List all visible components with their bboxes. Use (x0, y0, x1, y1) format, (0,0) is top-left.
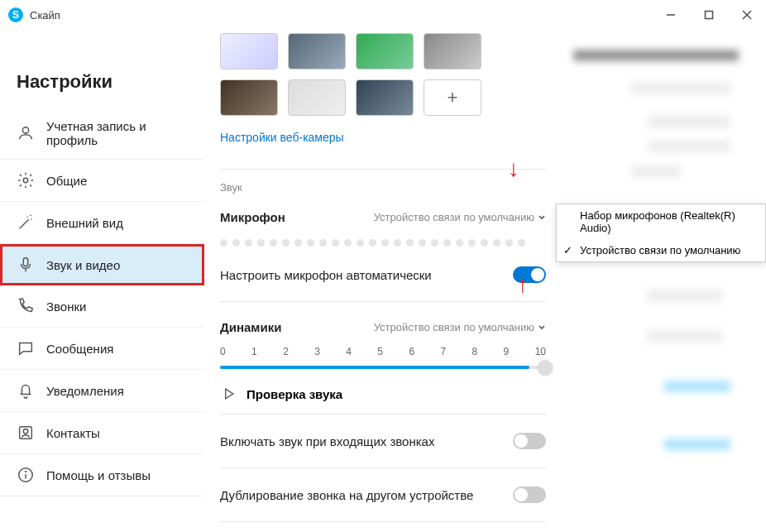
sidebar-item-label: Помощь и отзывы (46, 468, 151, 482)
ring-duplicate-toggle[interactable] (513, 486, 546, 503)
speakers-label: Динамики (220, 320, 281, 334)
contacts-icon (17, 424, 35, 442)
sidebar-item-help[interactable]: Помощь и отзывы (0, 454, 204, 496)
sidebar-item-label: Уведомления (46, 384, 124, 398)
microphone-row: Микрофон Устройство связи по умолчанию (220, 202, 546, 232)
tick: 4 (346, 346, 352, 357)
microphone-device-menu[interactable]: Набор микрофонов (Realtek(R) Audio) Устр… (556, 204, 766, 262)
speakers-row: Динамики Устройство связи по умолчанию (220, 312, 546, 343)
tick: 7 (440, 346, 446, 357)
microphone-device-dropdown[interactable]: Устройство связи по умолчанию (374, 211, 546, 223)
tick: 3 (314, 346, 320, 357)
slider-ticks: 0 1 2 3 4 5 6 7 8 9 10 (220, 346, 546, 357)
app-title: Скайп (30, 9, 60, 22)
chat-icon (17, 339, 35, 357)
annotation-arrow-down-icon: ↓ (508, 157, 519, 180)
bg-thumb[interactable] (424, 33, 481, 69)
device-option[interactable]: Набор микрофонов (Realtek(R) Audio) (557, 204, 765, 239)
close-button[interactable] (728, 0, 766, 30)
svg-point-11 (26, 471, 26, 472)
svg-point-5 (23, 178, 28, 183)
webcam-settings-link[interactable]: Настройки веб-камеры (220, 131, 344, 144)
sidebar-item-messages[interactable]: Сообщения (0, 328, 204, 370)
ring-incoming-label: Включать звук при входящих звонках (220, 434, 434, 448)
settings-heading: Настройки (0, 30, 204, 108)
sidebar-item-account[interactable]: Учетная запись и профиль (0, 108, 204, 160)
ring-duplicate-label: Дублирование звонка на другом устройстве (220, 488, 473, 502)
svg-point-4 (22, 127, 28, 133)
gear-icon (17, 171, 35, 189)
sidebar: Настройки Учетная запись и профиль Общие… (0, 30, 205, 532)
chevron-down-icon (538, 324, 546, 332)
sidebar-item-contacts[interactable]: Контакты (0, 412, 204, 454)
sidebar-item-label: Сообщения (46, 342, 113, 356)
sidebar-item-appearance[interactable]: Внешний вид (0, 202, 204, 244)
microphone-level-meter (220, 239, 546, 247)
titlebar: S Скайп (0, 0, 766, 30)
sidebar-item-label: Внешний вид (46, 216, 123, 230)
wand-icon (17, 213, 35, 232)
bg-thumb[interactable] (220, 79, 278, 116)
tick: 8 (472, 346, 478, 357)
bell-icon (17, 381, 35, 400)
info-icon (17, 466, 35, 484)
chevron-down-icon (538, 213, 546, 222)
tick: 6 (409, 346, 414, 357)
minimize-button[interactable] (652, 0, 690, 30)
auto-mic-label: Настроить микрофон автоматически (220, 268, 432, 282)
bg-thumb[interactable] (356, 79, 414, 116)
auto-mic-row: Настроить микрофон автоматически (220, 258, 546, 291)
bg-thumb[interactable] (356, 33, 414, 69)
add-background-button[interactable]: + (424, 79, 481, 116)
divider (220, 169, 546, 170)
tick: 10 (535, 346, 546, 357)
speakers-device-dropdown[interactable]: Устройство связи по умолчанию (374, 321, 546, 333)
phone-icon (17, 297, 35, 315)
sound-section-label: Звук (220, 181, 546, 194)
test-sound-button[interactable]: Проверка звука (220, 386, 546, 402)
microphone-icon (17, 256, 35, 274)
background-thumbnails-row2: + (220, 79, 546, 116)
svg-rect-1 (706, 12, 713, 19)
volume-slider[interactable]: 0 1 2 3 4 5 6 7 8 9 10 (220, 346, 546, 369)
divider (220, 414, 546, 415)
ring-incoming-row: Включать звук при входящих звонках (220, 424, 546, 458)
microphone-label: Микрофон (220, 210, 285, 224)
bg-thumb[interactable] (288, 79, 346, 116)
background-thumbnails (220, 33, 546, 69)
slider-thumb[interactable] (538, 360, 553, 375)
sidebar-item-audio-video[interactable]: Звук и видео (0, 244, 204, 285)
sidebar-item-label: Звонки (46, 300, 86, 314)
dropdown-value: Устройство связи по умолчанию (374, 211, 534, 223)
tick: 9 (504, 346, 510, 357)
sidebar-item-label: Общие (46, 174, 87, 188)
window-controls (652, 0, 766, 30)
titlebar-left: S Скайп (8, 7, 60, 22)
tick: 0 (220, 346, 226, 357)
sidebar-item-notifications[interactable]: Уведомления (0, 370, 204, 412)
ring-duplicate-row: Дублирование звонка на другом устройстве (220, 478, 546, 511)
play-icon (220, 386, 237, 402)
sidebar-item-label: Учетная запись и профиль (46, 119, 188, 147)
svg-rect-6 (23, 258, 28, 266)
ring-incoming-toggle[interactable] (513, 433, 546, 449)
tick: 1 (251, 346, 257, 357)
sidebar-item-calls[interactable]: Звонки (0, 285, 204, 328)
skype-logo-icon: S (8, 7, 23, 22)
test-sound-label: Проверка звука (247, 387, 342, 401)
divider (220, 301, 546, 302)
dropdown-value: Устройство связи по умолчанию (374, 321, 534, 333)
sidebar-item-label: Контакты (46, 426, 100, 440)
tick: 2 (283, 346, 289, 357)
maximize-button[interactable] (690, 0, 728, 30)
annotation-arrow-up-icon: ↑ (517, 273, 529, 296)
sidebar-item-general[interactable]: Общие (0, 160, 204, 202)
bg-thumb[interactable] (288, 33, 346, 69)
device-option[interactable]: Устройство связи по умолчанию (557, 239, 765, 261)
sidebar-item-label: Звук и видео (46, 258, 120, 272)
bg-thumb[interactable] (220, 33, 278, 69)
tick: 5 (377, 346, 383, 357)
person-icon (17, 124, 35, 142)
divider (220, 467, 546, 468)
svg-point-8 (23, 429, 28, 434)
